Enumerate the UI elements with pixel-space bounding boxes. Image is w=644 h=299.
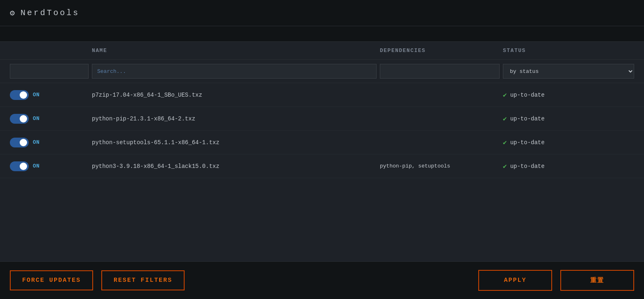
table-body: ON p7zip-17.04-x86_64-1_SBo_UES.txz ✔ up… — [0, 83, 644, 261]
col-header-name: NAME — [92, 48, 380, 54]
row-status-2: ✔ up-to-date — [503, 115, 634, 123]
toggle-3[interactable] — [10, 138, 29, 147]
reset-button[interactable]: 重置 — [560, 270, 634, 291]
row-name-2: python-pip-21.3.1-x86_64-2.txz — [92, 116, 380, 122]
toggle-1[interactable] — [10, 90, 29, 100]
check-icon-3: ✔ — [503, 138, 507, 147]
toggle-cell-3: ON — [10, 138, 92, 147]
toggle-label-2: ON — [33, 116, 40, 122]
main-content: NAME DEPENDENCIES STATUS by status up-to… — [0, 42, 644, 261]
col-header-dependencies: DEPENDENCIES — [380, 48, 503, 54]
toggle-label-4: ON — [33, 163, 40, 169]
row-name-4: python3-3.9.18-x86_64-1_slack15.0.txz — [92, 163, 380, 170]
table-row: ON python3-3.9.18-x86_64-1_slack15.0.txz… — [0, 154, 644, 178]
status-filter-select[interactable]: by status up-to-date outdated not instal… — [503, 64, 634, 79]
row-status-3: ✔ up-to-date — [503, 138, 634, 147]
toggle-4[interactable] — [10, 161, 29, 171]
apply-button[interactable]: APPLY — [478, 270, 552, 291]
table-row: ON python-setuptools-65.1.1-x86_64-1.txz… — [0, 131, 644, 154]
table-row: ON p7zip-17.04-x86_64-1_SBo_UES.txz ✔ up… — [0, 83, 644, 107]
filter-row: by status up-to-date outdated not instal… — [0, 60, 644, 83]
toggle-cell-2: ON — [10, 114, 92, 124]
check-icon-2: ✔ — [503, 115, 507, 123]
row-name-1: p7zip-17.04-x86_64-1_SBo_UES.txz — [92, 92, 380, 98]
toggle-2[interactable] — [10, 114, 29, 124]
toggle-cell-4: ON — [10, 161, 92, 171]
status-text-3: up-to-date — [510, 139, 545, 146]
check-icon-4: ✔ — [503, 162, 507, 170]
toggle-cell-1: ON — [10, 90, 92, 100]
table-header: NAME DEPENDENCIES STATUS — [0, 42, 644, 60]
row-status-4: ✔ up-to-date — [503, 162, 634, 170]
reset-filters-button[interactable]: RESET FILTERS — [101, 270, 185, 290]
title-bar: ⚙ NerdTools — [0, 0, 644, 26]
row-status-1: ✔ up-to-date — [503, 91, 634, 99]
col-header-toggle — [10, 48, 92, 54]
status-text-1: up-to-date — [510, 92, 545, 98]
force-updates-button[interactable]: FORCE UPDATES — [10, 270, 93, 290]
search-input[interactable] — [92, 64, 377, 79]
row-deps-4: python-pip, setuptools — [380, 163, 503, 169]
deps-filter-input[interactable] — [380, 64, 500, 79]
gear-icon: ⚙ — [10, 8, 15, 18]
toolbar-strip — [0, 26, 644, 42]
filter-col1 — [10, 64, 89, 79]
status-text-2: up-to-date — [510, 116, 545, 122]
table-row: ON python-pip-21.3.1-x86_64-2.txz ✔ up-t… — [0, 107, 644, 131]
footer-right: APPLY 重置 — [478, 270, 634, 291]
toggle-label-3: ON — [33, 139, 40, 145]
status-text-4: up-to-date — [510, 163, 545, 170]
app-title: NerdTools — [21, 8, 80, 18]
col-header-status: STATUS — [503, 48, 634, 54]
row-name-3: python-setuptools-65.1.1-x86_64-1.txz — [92, 139, 380, 146]
toggle-label-1: ON — [33, 92, 40, 98]
footer: FORCE UPDATES RESET FILTERS APPLY 重置 — [0, 261, 644, 299]
check-icon-1: ✔ — [503, 91, 507, 99]
